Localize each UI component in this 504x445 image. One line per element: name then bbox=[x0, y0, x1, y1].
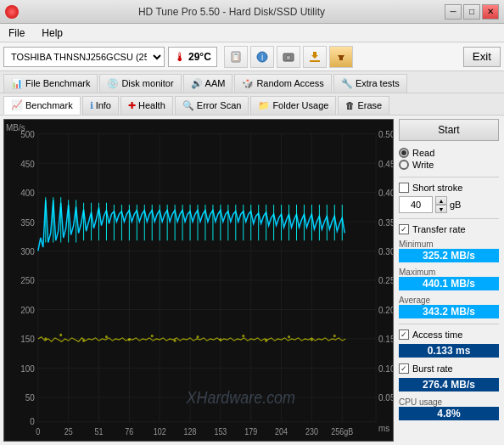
tab-file-benchmark-label: File Benchmark bbox=[25, 78, 90, 88]
minimum-stat: Minimum 325.2 MB/s bbox=[399, 239, 499, 262]
tab-error-scan[interactable]: 🔍 Error Scan bbox=[175, 96, 249, 115]
svg-text:400: 400 bbox=[20, 188, 35, 199]
svg-point-110 bbox=[59, 334, 62, 336]
burst-rate-check-row[interactable]: Burst rate bbox=[399, 363, 499, 374]
tab-health[interactable]: ✚ Health bbox=[120, 96, 173, 115]
spinbox-row: ▲ ▼ gB bbox=[399, 196, 499, 213]
camera-icon-btn[interactable] bbox=[277, 46, 300, 68]
bottom-tab-bar: 📈 Benchmark ℹ Info ✚ Health 🔍 Error Scan… bbox=[0, 93, 504, 115]
svg-text:179: 179 bbox=[244, 427, 257, 437]
minimum-value: 325.2 MB/s bbox=[399, 249, 499, 262]
download-icon-btn[interactable] bbox=[303, 46, 327, 68]
burst-rate-value: 276.4 MB/s bbox=[399, 378, 499, 391]
spin-up-button[interactable]: ▲ bbox=[435, 196, 447, 205]
tab-folder-usage[interactable]: 📁 Folder Usage bbox=[250, 96, 336, 115]
cpu-usage-value: 4.8% bbox=[399, 407, 499, 420]
maximize-button[interactable]: □ bbox=[463, 4, 480, 20]
folder-icon: 📁 bbox=[258, 100, 270, 111]
short-stroke-unit: gB bbox=[450, 200, 461, 210]
svg-point-114 bbox=[151, 335, 154, 337]
read-radio[interactable]: Read bbox=[399, 148, 499, 158]
access-time-check-row[interactable]: Access time bbox=[399, 330, 499, 340]
tab-erase[interactable]: 🗑 Erase bbox=[338, 96, 389, 115]
svg-text:128: 128 bbox=[184, 427, 197, 437]
svg-point-121 bbox=[311, 338, 313, 341]
short-stroke-input[interactable] bbox=[399, 196, 433, 213]
tab-health-label: Health bbox=[138, 100, 165, 110]
menu-bar: File Help bbox=[0, 24, 504, 42]
tab-benchmark[interactable]: 📈 Benchmark bbox=[3, 96, 81, 115]
svg-point-118 bbox=[242, 335, 244, 337]
svg-text:XHardware.com: XHardware.com bbox=[186, 388, 295, 407]
svg-point-115 bbox=[174, 339, 176, 341]
svg-text:📋: 📋 bbox=[232, 53, 240, 61]
temperature-value: 29°C bbox=[188, 51, 211, 63]
exit-button[interactable]: Exit bbox=[463, 47, 501, 67]
tab-info[interactable]: ℹ Info bbox=[82, 96, 119, 115]
transfer-rate-checkbox[interactable] bbox=[399, 224, 409, 234]
svg-text:230: 230 bbox=[305, 427, 318, 437]
top-tab-bar: 📊 File Benchmark 💿 Disk monitor 🔊 AAM 🎲 … bbox=[0, 71, 504, 93]
svg-text:100: 100 bbox=[20, 363, 35, 374]
tab-disk-monitor[interactable]: 💿 Disk monitor bbox=[99, 74, 181, 93]
benchmark-icon: 📈 bbox=[11, 99, 23, 110]
health-icon-btn[interactable]: 📋 bbox=[224, 46, 248, 68]
maximum-value: 440.1 MB/s bbox=[399, 277, 499, 290]
burst-rate-label: Burst rate bbox=[412, 363, 453, 374]
svg-text:0.20: 0.20 bbox=[378, 304, 393, 315]
info-icon-btn[interactable]: i bbox=[250, 46, 274, 68]
tab-aam[interactable]: 🔊 AAM bbox=[183, 74, 233, 93]
error-scan-icon: 🔍 bbox=[182, 100, 194, 111]
tab-folder-usage-label: Folder Usage bbox=[272, 100, 328, 110]
close-button[interactable]: ✕ bbox=[482, 4, 499, 20]
minimize-button[interactable]: ─ bbox=[445, 4, 462, 20]
svg-text:0: 0 bbox=[30, 416, 35, 427]
minimum-label: Minimum bbox=[399, 239, 499, 249]
svg-point-122 bbox=[333, 335, 336, 337]
write-radio[interactable]: Write bbox=[399, 160, 499, 170]
svg-point-116 bbox=[197, 335, 199, 338]
drive-select[interactable]: TOSHIBA THNSNJ256GCSU (256 gB) bbox=[3, 47, 165, 67]
svg-rect-8 bbox=[313, 52, 316, 57]
tab-random-access[interactable]: 🎲 Random Access bbox=[234, 74, 331, 93]
transfer-rate-check-row[interactable]: Transfer rate bbox=[399, 224, 499, 234]
access-time-checkbox[interactable] bbox=[399, 330, 409, 340]
svg-text:150: 150 bbox=[20, 334, 35, 345]
write-radio-circle bbox=[399, 160, 409, 170]
benchmark-chart: 500 450 400 350 300 250 200 150 100 50 0… bbox=[4, 120, 393, 441]
svg-text:25: 25 bbox=[64, 427, 73, 437]
menu-file[interactable]: File bbox=[3, 25, 30, 41]
svg-point-112 bbox=[105, 335, 108, 338]
menu-help[interactable]: Help bbox=[36, 25, 68, 41]
svg-point-113 bbox=[128, 338, 131, 341]
chart-area: 500 450 400 350 300 250 200 150 100 50 0… bbox=[3, 119, 394, 442]
svg-point-117 bbox=[219, 338, 221, 341]
svg-text:0.25: 0.25 bbox=[378, 275, 393, 286]
thermometer-icon: 🌡 bbox=[174, 50, 186, 64]
svg-text:153: 153 bbox=[214, 427, 227, 437]
short-stroke-row[interactable]: Short stroke bbox=[399, 183, 499, 193]
short-stroke-checkbox[interactable] bbox=[399, 183, 409, 193]
divider-3 bbox=[399, 324, 499, 324]
average-label: Average bbox=[399, 296, 499, 305]
random-access-icon: 🎲 bbox=[242, 78, 254, 89]
right-panel: Start Read Write Short stroke ▲ ▼ gB bbox=[394, 115, 504, 445]
start-button[interactable]: Start bbox=[399, 119, 499, 141]
svg-text:0.10: 0.10 bbox=[378, 363, 393, 374]
tab-file-benchmark[interactable]: 📊 File Benchmark bbox=[3, 74, 98, 93]
svg-point-109 bbox=[44, 337, 47, 340]
spin-down-button[interactable]: ▼ bbox=[435, 205, 447, 213]
window-controls: ─ □ ✕ bbox=[445, 4, 499, 20]
tab-disk-monitor-label: Disk monitor bbox=[121, 78, 173, 88]
tab-aam-label: AAM bbox=[205, 78, 226, 88]
burst-rate-checkbox[interactable] bbox=[399, 363, 409, 374]
svg-text:0.50: 0.50 bbox=[378, 129, 393, 140]
title-bar: HD Tune Pro 5.50 - Hard Disk/SSD Utility… bbox=[0, 0, 504, 24]
tab-erase-label: Erase bbox=[357, 100, 382, 110]
save-icon-btn[interactable] bbox=[329, 46, 353, 68]
tab-extra-tests[interactable]: 🔧 Extra tests bbox=[333, 74, 407, 93]
main-content: 500 450 400 350 300 250 200 150 100 50 0… bbox=[0, 115, 504, 445]
svg-point-111 bbox=[82, 339, 85, 341]
svg-text:0.15: 0.15 bbox=[378, 334, 393, 345]
average-stat: Average 343.2 MB/s bbox=[399, 296, 499, 318]
